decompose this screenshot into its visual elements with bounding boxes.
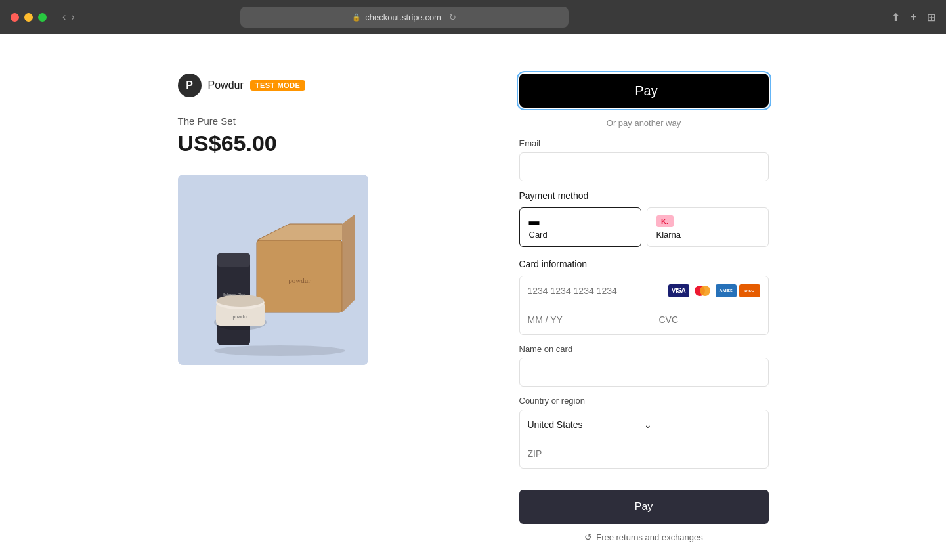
- url-text: checkout.stripe.com: [365, 12, 441, 22]
- payment-method-label: Payment method: [519, 190, 769, 201]
- email-label: Email: [519, 139, 769, 148]
- browser-nav: ‹ ›: [62, 11, 75, 23]
- country-select[interactable]: United States ⌄: [520, 410, 768, 439]
- email-section: Email: [519, 139, 769, 181]
- zip-input[interactable]: [520, 439, 768, 468]
- card-logos: VISA AMEX DISC: [668, 284, 760, 297]
- amex-logo: AMEX: [716, 284, 737, 297]
- minimize-dot[interactable]: [24, 13, 33, 22]
- card-expiry-input[interactable]: [520, 305, 651, 334]
- svg-text:powdur: powdur: [288, 276, 311, 284]
- svg-text:Balance Plus: Balance Plus: [222, 293, 245, 297]
- card-expiry-cvc-row: [520, 305, 768, 334]
- svg-rect-9: [217, 253, 250, 267]
- browser-dots: [11, 13, 47, 22]
- free-returns: ↺ Free returns and exchanges: [519, 532, 769, 542]
- forward-button[interactable]: ›: [71, 11, 74, 23]
- klarna-icon: K.: [656, 215, 674, 227]
- page-content: P Powdur TEST MODE The Pure Set US$65.00: [0, 34, 946, 560]
- discover-logo: DISC: [739, 284, 760, 297]
- free-returns-text: Free returns and exchanges: [596, 532, 703, 542]
- brand-header: P Powdur TEST MODE: [178, 74, 454, 97]
- new-tab-icon[interactable]: +: [911, 11, 916, 24]
- card-info-group: VISA AMEX DISC: [519, 276, 769, 335]
- card-number-row: VISA AMEX DISC: [520, 276, 768, 305]
- visa-logo: VISA: [668, 284, 689, 297]
- card-number-input[interactable]: [528, 286, 668, 296]
- apple-pay-button[interactable]: Pay: [519, 74, 769, 108]
- payment-method-section: Payment method ▬ Card K. Klarna: [519, 190, 769, 247]
- svg-marker-6: [342, 214, 355, 312]
- country-group: United States ⌄: [519, 410, 769, 469]
- close-dot[interactable]: [11, 13, 19, 22]
- apple-pay-label: Pay: [635, 83, 657, 98]
- svg-point-16: [214, 345, 345, 356]
- country-value: United States: [528, 420, 644, 430]
- klarna-tab[interactable]: K. Klarna: [647, 207, 769, 247]
- card-tab[interactable]: ▬ Card: [519, 207, 641, 247]
- name-on-card-input[interactable]: [519, 358, 769, 387]
- reload-icon[interactable]: ↻: [449, 12, 456, 22]
- country-section: Country or region United States ⌄: [519, 396, 769, 469]
- mastercard-logo: [692, 284, 713, 297]
- pay-button[interactable]: Pay: [519, 490, 769, 524]
- product-image: powdur powdur Balance Plus: [178, 175, 368, 365]
- card-info-section: Card information VISA AMEX DISC: [519, 259, 769, 335]
- share-icon[interactable]: ⬆: [892, 11, 900, 24]
- name-on-card-label: Name on card: [519, 344, 769, 354]
- klarna-tab-label: Klarna: [656, 230, 681, 240]
- returns-icon: ↺: [584, 532, 592, 542]
- card-info-label: Card information: [519, 259, 769, 269]
- product-name: The Pure Set: [178, 116, 454, 127]
- lock-icon: 🔒: [352, 13, 361, 22]
- browser-chrome: ‹ › 🔒 checkout.stripe.com ↻ ⬆ + ⊞: [0, 0, 946, 34]
- browser-actions: ⬆ + ⊞: [892, 11, 935, 24]
- divider-row: Or pay another way: [519, 118, 769, 128]
- divider-text: Or pay another way: [607, 118, 681, 128]
- back-button[interactable]: ‹: [62, 11, 66, 23]
- divider-right: [689, 123, 768, 123]
- right-panel: Pay Or pay another way Email Payment met…: [519, 74, 769, 542]
- card-icon: ▬: [529, 215, 540, 227]
- card-tab-label: Card: [529, 230, 548, 240]
- brand-logo: P: [178, 74, 202, 97]
- address-bar[interactable]: 🔒 checkout.stripe.com ↻: [240, 7, 569, 28]
- card-cvc-input[interactable]: [651, 305, 769, 334]
- left-panel: P Powdur TEST MODE The Pure Set US$65.00: [178, 74, 454, 365]
- country-label: Country or region: [519, 396, 769, 406]
- payment-methods: ▬ Card K. Klarna: [519, 207, 769, 247]
- name-on-card-section: Name on card: [519, 344, 769, 387]
- svg-point-18: [700, 286, 710, 296]
- divider-left: [519, 123, 599, 123]
- grid-icon[interactable]: ⊞: [927, 11, 935, 24]
- fullscreen-dot[interactable]: [38, 13, 47, 22]
- svg-text:powdur: powdur: [232, 314, 248, 320]
- product-price: US$65.00: [178, 131, 454, 156]
- brand-name: Powdur: [208, 79, 244, 91]
- email-input[interactable]: [519, 152, 769, 181]
- test-mode-badge: TEST MODE: [250, 80, 306, 91]
- chevron-down-icon: ⌄: [644, 420, 760, 430]
